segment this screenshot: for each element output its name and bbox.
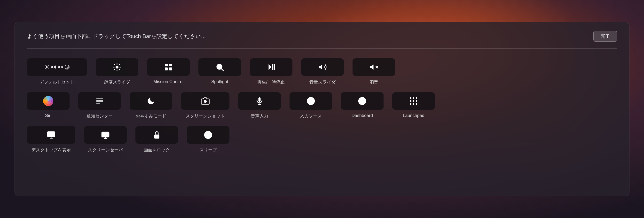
notification-center-button[interactable] [78, 92, 121, 110]
brightness-mini-icon [44, 64, 50, 70]
item-siri[interactable]: Siri [27, 92, 70, 118]
voice-input-button[interactable] [238, 92, 281, 110]
svg-rect-52 [410, 97, 412, 99]
svg-point-42 [204, 100, 207, 103]
volume-slider-button[interactable] [301, 58, 344, 76]
svg-marker-10 [58, 66, 60, 69]
volume-slider-label: 音量スライダ [310, 79, 336, 85]
svg-line-23 [114, 69, 115, 70]
item-brightness-slider[interactable]: 輝度スライダ [96, 58, 138, 85]
dashboard-icon [358, 97, 366, 105]
lock-icon [152, 130, 161, 139]
notification-icon [95, 97, 104, 105]
siri-icon [43, 96, 53, 106]
input-source-button[interactable] [290, 92, 332, 110]
screenshot-button[interactable] [181, 92, 230, 110]
done-button[interactable]: 完了 [593, 31, 617, 42]
screenshot-label: スクリーンショット [186, 113, 225, 119]
notification-center-label: 通知センター [86, 113, 113, 119]
dashboard-label: Dashboard [352, 113, 373, 118]
brightness-slider-label: 輝度スライダ [104, 79, 130, 85]
sleep-label: スリープ [200, 147, 217, 153]
do-not-disturb-button[interactable] [130, 92, 172, 110]
item-screenshot[interactable]: スクリーンショット [181, 92, 230, 119]
item-dashboard[interactable]: Dashboard [341, 92, 384, 118]
play-pause-button[interactable] [250, 58, 292, 76]
items-grid: デフォルトセット 輝度スラ [27, 58, 617, 153]
svg-line-24 [119, 64, 120, 65]
svg-line-19 [114, 64, 115, 65]
mission-control-button[interactable] [147, 58, 190, 76]
item-launchpad[interactable]: Launchpad [392, 92, 435, 118]
voice-input-label: 音声入力 [251, 113, 268, 119]
svg-rect-33 [274, 64, 275, 70]
screensaver-button[interactable] [84, 126, 127, 144]
item-sleep[interactable]: スリープ [187, 126, 230, 153]
items-row-2: Siri 通知センター [27, 92, 617, 119]
item-play-pause[interactable]: 再生/一時停止 [250, 58, 292, 85]
mute-label: 消音 [370, 79, 378, 85]
svg-line-4 [48, 68, 48, 69]
svg-rect-57 [416, 100, 417, 102]
desktop-icon [47, 130, 56, 139]
svg-line-3 [45, 66, 46, 66]
item-mission-control[interactable]: Mission Control [147, 58, 190, 84]
item-voice-input[interactable]: 音声入力 [238, 92, 281, 119]
item-lock-screen[interactable]: 画面をロック [136, 126, 178, 153]
item-show-desktop[interactable]: デスクトップを表示 [27, 126, 75, 153]
svg-marker-31 [269, 64, 272, 70]
camera-icon [201, 97, 210, 105]
volume-icon [318, 63, 327, 72]
siri-label: Siri [45, 113, 51, 118]
screensaver-icon [101, 130, 110, 139]
play-pause-icon [267, 63, 276, 72]
svg-rect-67 [154, 135, 160, 139]
sleep-icon [204, 130, 212, 139]
item-default-set[interactable]: デフォルトセット [27, 58, 87, 85]
svg-rect-55 [410, 100, 412, 102]
item-input-source[interactable]: 入力ソース [290, 92, 332, 119]
svg-rect-60 [416, 103, 417, 105]
mute-button[interactable] [352, 58, 395, 76]
item-spotlight[interactable]: Spotlight [198, 58, 241, 84]
svg-point-0 [46, 66, 48, 68]
item-screensaver[interactable]: スクリーンセーバ [84, 126, 127, 153]
item-do-not-disturb[interactable]: おやすみモード [130, 92, 172, 119]
screensaver-label: スクリーンセーバ [88, 147, 123, 153]
siri-inner [45, 98, 51, 104]
do-not-disturb-label: おやすみモード [136, 113, 166, 119]
lock-screen-button[interactable] [136, 126, 178, 144]
svg-line-30 [222, 69, 224, 71]
spotlight-button[interactable] [198, 58, 241, 76]
instruction-text: よく使う項目を画面下部にドラッグしてTouch Barを設定してください... [27, 33, 206, 40]
sleep-button[interactable] [187, 126, 230, 144]
brightness-icon [113, 63, 122, 72]
siri-button[interactable] [27, 92, 70, 110]
svg-line-8 [48, 66, 48, 66]
item-mute[interactable]: 消音 [352, 58, 395, 85]
items-row-1: デフォルトセット 輝度スラ [27, 58, 617, 85]
svg-rect-26 [169, 64, 172, 66]
svg-marker-9 [51, 66, 53, 69]
svg-rect-61 [48, 132, 55, 137]
launchpad-button[interactable] [392, 92, 435, 110]
globe-icon [306, 97, 315, 105]
brightness-slider-button[interactable] [96, 58, 138, 76]
svg-rect-59 [413, 103, 414, 105]
item-volume-slider[interactable]: 音量スライダ [301, 58, 344, 85]
svg-rect-64 [102, 132, 109, 137]
spotlight-icon [216, 63, 224, 72]
moon-icon [146, 97, 155, 105]
launchpad-icon [409, 97, 418, 105]
default-set-button[interactable] [27, 58, 87, 76]
divider [27, 48, 617, 49]
dashboard-button[interactable] [341, 92, 384, 110]
svg-rect-32 [272, 64, 273, 70]
svg-line-20 [119, 69, 120, 70]
item-notification-center[interactable]: 通知センター [78, 92, 121, 119]
lock-screen-label: 画面をロック [144, 147, 170, 153]
show-desktop-button[interactable] [27, 126, 75, 144]
svg-rect-43 [258, 97, 261, 102]
items-row-3: デスクトップを表示 スクリーンセーバ [27, 126, 617, 153]
volume-mini-icon [51, 64, 56, 70]
